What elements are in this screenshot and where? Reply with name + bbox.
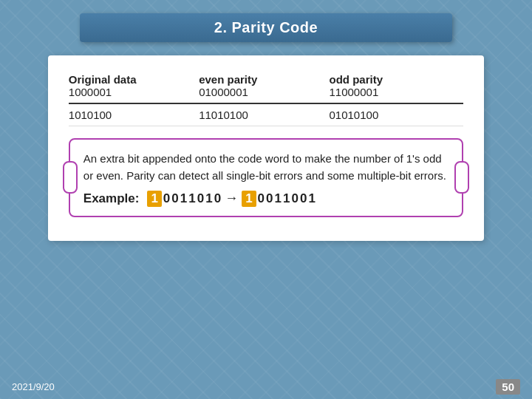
odd-parity-2: 01010100: [329, 107, 463, 123]
bit-1-1: 1: [180, 191, 187, 206]
col-header-odd: odd parity 11000001: [329, 72, 463, 100]
parity-table: Original data 1000001 even parity 010000…: [69, 69, 463, 126]
slide-container: 2. Parity Code Original data 1000001 eve…: [0, 0, 532, 399]
bit-1-6: 1: [308, 191, 315, 206]
bit-highlighted-1: 1: [147, 191, 161, 207]
footer-page: 50: [496, 379, 520, 395]
original-data-2: 1010100: [69, 107, 199, 123]
col-header-original: Original data 1000001: [69, 72, 199, 100]
example-row: Example: 1 0 0 1 1 0 1 0 → 1 0 0 1 1 0 0…: [83, 191, 449, 207]
table-data-row-2: 1010100 11010100 01010100: [69, 104, 463, 126]
footer-date: 2021/9/20: [12, 381, 55, 392]
even-parity-2: 11010100: [199, 107, 329, 123]
bit-1-5: 1: [283, 191, 290, 206]
bit-0-3: 0: [197, 191, 204, 206]
example-label: Example:: [83, 191, 140, 206]
description-box: An extra bit appended onto the code word…: [69, 138, 463, 217]
bit-0-5: 0: [258, 191, 265, 206]
bit-1-3: 1: [205, 191, 212, 206]
footer: 2021/9/20 50: [0, 375, 532, 399]
col-header-even: even parity 01000001: [199, 72, 329, 100]
slide-title: 2. Parity Code: [214, 19, 318, 35]
bit-0-1: 0: [163, 191, 170, 206]
bit-0-4: 0: [214, 191, 221, 206]
bit-0-6: 0: [266, 191, 273, 206]
title-bar: 2. Parity Code: [80, 13, 452, 42]
bit-0-7: 0: [291, 191, 298, 206]
bit-1-4: 1: [275, 191, 282, 206]
bit-1-2: 1: [188, 191, 195, 206]
bit-0-8: 0: [300, 191, 307, 206]
description-text: An extra bit appended onto the code word…: [83, 150, 449, 185]
arrow-symbol: →: [225, 191, 238, 206]
bit-0-2: 0: [171, 191, 178, 206]
table-header-row: Original data 1000001 even parity 010000…: [69, 69, 463, 104]
bit-highlighted-2: 1: [242, 191, 256, 207]
content-area: Original data 1000001 even parity 010000…: [48, 55, 484, 241]
